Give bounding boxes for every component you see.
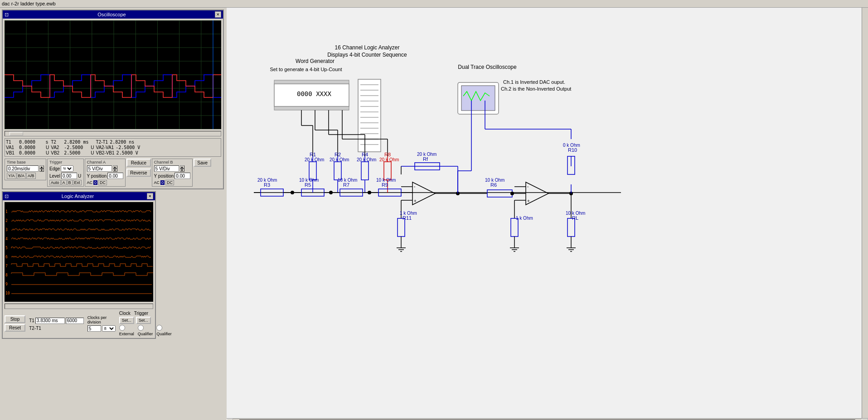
timebase-down[interactable]: ▼	[39, 169, 44, 172]
va2va1-value: -2.5000 V	[116, 145, 141, 150]
la-scrollbar[interactable]	[5, 304, 153, 309]
la-t1-label: T1	[29, 318, 34, 323]
r1-value: 20 k Ohm	[305, 157, 324, 162]
rl-label: RL	[572, 215, 578, 221]
channel-a-label: Channel A	[87, 160, 124, 164]
t2t1-value: 2.8200 ns	[110, 140, 135, 145]
t2-value: 2.8200 ms	[64, 140, 89, 145]
word-gen-sub-text: Set to generate a 4-bit Up-Count	[270, 67, 342, 72]
schematic-area: 16 Channel Logic Analyzer Displays 4-bit…	[227, 8, 868, 420]
tab-ba[interactable]: B/A	[17, 173, 26, 179]
la-count-input[interactable]	[66, 318, 84, 324]
tab-ya[interactable]: Y/A	[7, 173, 16, 179]
stop-button[interactable]: Stop	[5, 315, 25, 323]
timebase-up[interactable]: ▲	[39, 165, 44, 169]
channel-b-dc-btn[interactable]: DC	[165, 180, 174, 185]
svg-point-58	[368, 191, 371, 194]
oscilloscope-controls: T1 0.0000 s VA1 0.0000 U VB1 0.0000	[3, 136, 223, 188]
timebase-input[interactable]	[7, 165, 39, 172]
channel-a-ypos[interactable]	[107, 173, 123, 179]
logic-analyzer-canvas	[5, 202, 153, 302]
la-t1-input[interactable]	[35, 318, 65, 324]
reduce-button[interactable]: Reduce	[126, 159, 150, 167]
trigger-b-btn[interactable]: B	[67, 180, 73, 185]
vb2-label: VB2	[51, 150, 62, 155]
osc-save-btn-group: Save	[194, 159, 211, 167]
tab-ab[interactable]: A/B	[26, 173, 36, 179]
channel-a-scale-down[interactable]: ▼	[113, 169, 117, 172]
va1-value: 0.0000	[19, 145, 44, 150]
channel-b-scale[interactable]	[154, 165, 179, 172]
trigger-auto-btn[interactable]: Auto	[49, 180, 61, 185]
logic-analyzer-title: Logic Analyzer	[62, 193, 94, 199]
r6-label: R6	[490, 182, 497, 188]
svg-rect-0	[227, 12, 868, 420]
channel-b-scale-spinner[interactable]: ▲ ▼	[180, 165, 184, 172]
scroll-left-button[interactable]: ◄	[227, 419, 233, 420]
logic-analyzer-sub-text: Displays 4-bit Counter Sequence	[327, 52, 407, 58]
la-trigger-set-button[interactable]: Set...	[136, 317, 151, 324]
trigger-group: Trigger Edge % Level U	[47, 159, 84, 187]
svg-point-87	[510, 192, 514, 195]
r10-label: R10	[568, 147, 577, 153]
display-tabs: Y/A B/A A/B	[7, 173, 44, 179]
channel-a-scale-spinner[interactable]: ▲ ▼	[113, 165, 117, 172]
la-clocks-input[interactable]	[87, 325, 101, 332]
vb1-label: VB1	[6, 150, 17, 155]
channel-b-scale-up[interactable]: ▲	[180, 165, 184, 169]
channel-a-scale-up[interactable]: ▲	[113, 165, 117, 169]
trigger-label: Trigger	[49, 160, 82, 164]
t2-label: T2	[51, 140, 62, 145]
va2-value: -2.5000	[64, 145, 89, 150]
channel-a-scale[interactable]	[87, 165, 112, 172]
t1-value: 0.0000	[19, 140, 44, 145]
reverse-button[interactable]: Reverse	[126, 169, 150, 177]
trigger-level-input[interactable]	[61, 173, 77, 179]
bottom-scrollbar[interactable]: ◄ ►	[227, 418, 868, 420]
la-qualifier-radio[interactable]	[138, 325, 144, 331]
la-clock-set-button[interactable]: Set...	[119, 317, 134, 324]
r8-value: 20 k Ohm	[379, 157, 399, 162]
rf-value: 20 k Ohm	[417, 152, 436, 157]
channel-a-dc-btn[interactable]: DC	[98, 180, 107, 185]
channel-a-ac-btn[interactable]: 0	[93, 180, 97, 185]
r1-label: R1	[310, 152, 316, 157]
svg-rect-3	[274, 106, 349, 110]
right-scrollbar[interactable]	[862, 8, 868, 418]
channel-a-group: Channel A ▲ ▼ Y position	[85, 159, 126, 187]
r11-label: R11	[402, 215, 412, 221]
oscilloscope-close-button[interactable]: ✕	[215, 11, 221, 18]
la-clocks-select[interactable]: 8	[102, 325, 116, 332]
r3-value: 20 k Ohm	[257, 178, 277, 183]
word-gen-display: 0000 XXXX	[297, 90, 331, 97]
oscilloscope-canvas	[5, 20, 221, 129]
trigger-edge-label: Edge	[49, 166, 60, 171]
oscilloscope-scrollbar[interactable]	[5, 131, 221, 136]
r2-value: 20 k Ohm	[330, 157, 349, 162]
reset-button[interactable]: Reset	[5, 324, 25, 332]
trigger-edge-select[interactable]: %	[61, 165, 73, 172]
la-main-buttons: Stop Reset	[5, 315, 25, 332]
save-button[interactable]: Save	[194, 159, 211, 167]
r4-label: R4	[362, 152, 368, 157]
va2-unit: U	[91, 145, 94, 150]
logic-analyzer-screen	[5, 202, 153, 302]
channel-b-ac-btn[interactable]: 0	[160, 180, 165, 185]
scroll-right-button[interactable]: ►	[862, 419, 868, 420]
svg-point-56	[291, 191, 294, 194]
la-qualifier2-radio[interactable]	[156, 325, 162, 331]
trigger-ext-btn[interactable]: Ext	[73, 180, 82, 185]
la-external-radio[interactable]	[119, 325, 125, 331]
logic-analyzer-title-bar: ⊡ Logic Analyzer ✕	[3, 192, 155, 200]
word-gen-title-text: Word Generator	[296, 58, 335, 64]
r6-value: 10 k Ohm	[485, 178, 504, 183]
rf-label: Rf	[423, 156, 428, 162]
trigger-a-btn[interactable]: A	[61, 180, 67, 185]
logic-analyzer-close-button[interactable]: ✕	[147, 193, 153, 199]
channel-b-ypos[interactable]	[175, 173, 190, 179]
la-bottom-controls: Stop Reset T1 T2-T1 Cl	[5, 311, 153, 336]
va1-label: VA1	[6, 145, 17, 150]
timebase-spinner[interactable]: ▲ ▼	[39, 165, 44, 172]
timebase-group: Time base ▲ ▼ Y/A B/A A/B	[5, 159, 46, 180]
channel-b-scale-down[interactable]: ▼	[180, 169, 184, 172]
